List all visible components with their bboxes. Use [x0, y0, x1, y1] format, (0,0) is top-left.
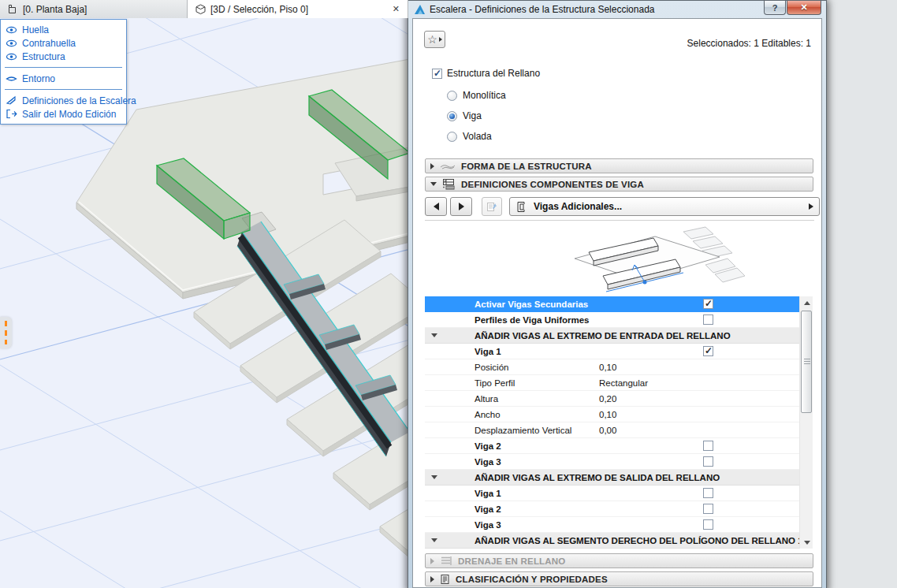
menu-item-contrahuella[interactable]: Contrahuella: [1, 36, 126, 50]
next-beam-button[interactable]: [450, 197, 472, 216]
scroll-up-button[interactable]: [800, 296, 813, 309]
table-scrollbar[interactable]: [799, 296, 813, 549]
viewport-3d[interactable]: [0. Planta Baja] [3D / Selección, Piso 0…: [0, 0, 408, 588]
tab-close-icon[interactable]: ✕: [393, 3, 400, 14]
tab-planta-baja[interactable]: [0. Planta Baja]: [0, 0, 188, 18]
close-button[interactable]: ✕: [787, 1, 821, 15]
menu-item-definiciones-de-la-escalera[interactable]: Definiciones de la Escalera: [1, 94, 126, 107]
menu-item-salir-del-modo-edici-n[interactable]: Salir del Modo Edición: [1, 107, 126, 121]
row-label: Viga 1: [475, 489, 501, 498]
beam-toolbar: Vigas Adicionales...: [425, 197, 820, 216]
table-row[interactable]: Posición0,10: [425, 359, 799, 375]
stair-edit-context-menu: HuellaContrahuellaEstructuraEntornoDefin…: [0, 19, 127, 125]
row-label: Viga 3: [475, 457, 501, 467]
table-row[interactable]: Viga 3: [425, 454, 799, 470]
row-label: Tipo Perfil: [475, 378, 515, 388]
row-value[interactable]: 0,10: [599, 410, 616, 419]
dialog-body: ☆ Seleccionados: 1 Editables: 1 Estructu…: [412, 18, 822, 588]
previous-beam-button[interactable]: [425, 197, 447, 216]
beam-page-selector[interactable]: Vigas Adicionales...: [509, 197, 820, 216]
radio-button[interactable]: [447, 111, 457, 121]
triangle-down-icon: [804, 541, 810, 545]
row-checkbox[interactable]: [703, 441, 713, 451]
menu-item-label: Definiciones de la Escalera: [22, 95, 136, 106]
table-row[interactable]: Perfiles de Viga Uniformes: [425, 312, 799, 328]
radio-button[interactable]: [447, 91, 457, 101]
favorites-button[interactable]: ☆: [424, 31, 445, 48]
table-row[interactable]: Viga 3: [425, 517, 799, 533]
row-label: Ancho: [475, 410, 501, 419]
cube-3d-icon: [195, 4, 206, 15]
menu-item-huella[interactable]: Huella: [1, 23, 126, 36]
section-componentes[interactable]: DEFINICIONES COMPONENTES DE VIGA: [425, 177, 813, 192]
transfer-settings-icon: [486, 201, 497, 212]
menu-item-label: Contrahuella: [22, 38, 76, 49]
row-value[interactable]: 0,20: [599, 394, 616, 404]
menu-item-entorno[interactable]: Entorno: [1, 72, 126, 85]
section-forma[interactable]: FORMA DE LA ESTRUCTURA: [425, 158, 813, 173]
table-row[interactable]: Viga 2: [425, 501, 799, 517]
structure-type-radios: MonolíticaVigaVolada: [447, 85, 506, 147]
chevron-down-icon: [431, 538, 437, 542]
table-row[interactable]: Ancho0,10: [425, 407, 799, 422]
table-row[interactable]: Activar Vigas Secundarias: [425, 296, 799, 312]
beam-components-icon: [442, 178, 456, 190]
section-drenaje[interactable]: DRENAJE EN RELLANO: [425, 553, 813, 568]
radio-button[interactable]: [447, 132, 457, 142]
table-section-row[interactable]: AÑADIR VIGAS AL SEGMENTO DERECHO DEL POL…: [425, 533, 799, 549]
chevron-right-icon: [809, 203, 813, 210]
row-checkbox[interactable]: [703, 456, 713, 467]
radio-option-monol-tica[interactable]: Monolítica: [447, 85, 506, 106]
table-row[interactable]: Altura0,20: [425, 391, 799, 407]
radio-option-viga[interactable]: Viga: [447, 106, 506, 126]
beam-profile-icon: [516, 201, 528, 213]
scroll-down-button[interactable]: [800, 536, 813, 549]
table-row[interactable]: Desplazamiento Vertical0,00: [425, 422, 799, 438]
menu-item-estructura[interactable]: Estructura: [1, 50, 126, 63]
help-button[interactable]: ?: [764, 1, 786, 15]
row-value[interactable]: 0,10: [599, 363, 616, 372]
section-label: FORMA DE LA ESTRUCTURA: [461, 162, 592, 171]
chevron-right-icon: [430, 576, 434, 582]
arrow-right-icon: [459, 203, 464, 210]
chevron-right-icon: [439, 37, 442, 42]
row-checkbox[interactable]: [703, 488, 713, 498]
table-row[interactable]: Viga 2: [425, 438, 799, 454]
stair-settings-icon: [6, 95, 17, 106]
table-row[interactable]: Tipo PerfilRectangular: [425, 375, 799, 391]
palette-handle[interactable]: [0, 317, 12, 348]
row-label: Viga 3: [475, 520, 501, 530]
eye-icon: [6, 39, 17, 48]
table-section-row[interactable]: AÑADIR VIGAS AL EXTREMO DE ENTRADA DEL R…: [425, 328, 799, 344]
row-label: AÑADIR VIGAS AL SEGMENTO DERECHO DEL POL…: [475, 536, 803, 545]
table-section-row[interactable]: AÑADIR VIGAS AL EXTREMO DE SALIDA DEL RE…: [425, 470, 799, 486]
properties-document-icon: [440, 574, 450, 585]
section-label: CLASIFICACIÓN Y PROPIEDADES: [456, 575, 608, 584]
eye-closed-icon: [6, 74, 17, 84]
eye-icon: [6, 25, 17, 35]
transfer-settings-button-disabled[interactable]: [482, 197, 502, 216]
row-checkbox[interactable]: [703, 519, 713, 530]
row-value[interactable]: 0,00: [599, 426, 616, 435]
section-clasificacion[interactable]: CLASIFICACIÓN Y PROPIEDADES: [425, 571, 813, 586]
radio-option-volada[interactable]: Volada: [447, 126, 506, 147]
table-row[interactable]: Viga 1: [425, 486, 799, 501]
beam-settings-table: Activar Vigas SecundariasPerfiles de Vig…: [425, 296, 799, 549]
scrollbar-thumb[interactable]: [801, 311, 812, 413]
chevron-down-icon: [430, 182, 437, 186]
menu-item-label: Huella: [22, 24, 49, 35]
app-screen: [0. Planta Baja] [3D / Selección, Piso 0…: [0, 0, 897, 588]
row-checkbox[interactable]: [703, 299, 713, 309]
radio-label: Monolítica: [463, 90, 506, 101]
tab-3d-seleccion[interactable]: [3D / Selección, Piso 0] ✕: [188, 0, 408, 18]
structure-checkbox[interactable]: [432, 69, 442, 79]
row-value[interactable]: Rectangular: [599, 378, 648, 388]
row-checkbox[interactable]: [703, 504, 713, 514]
menu-item-label: Entorno: [22, 73, 55, 84]
structure-checkbox-row[interactable]: Estructura del Rellano: [432, 68, 540, 79]
row-checkbox[interactable]: [703, 346, 713, 356]
row-checkbox[interactable]: [703, 314, 713, 325]
arrow-left-icon: [434, 203, 439, 210]
table-row[interactable]: Viga 1: [425, 344, 799, 359]
menu-divider: [5, 67, 122, 68]
